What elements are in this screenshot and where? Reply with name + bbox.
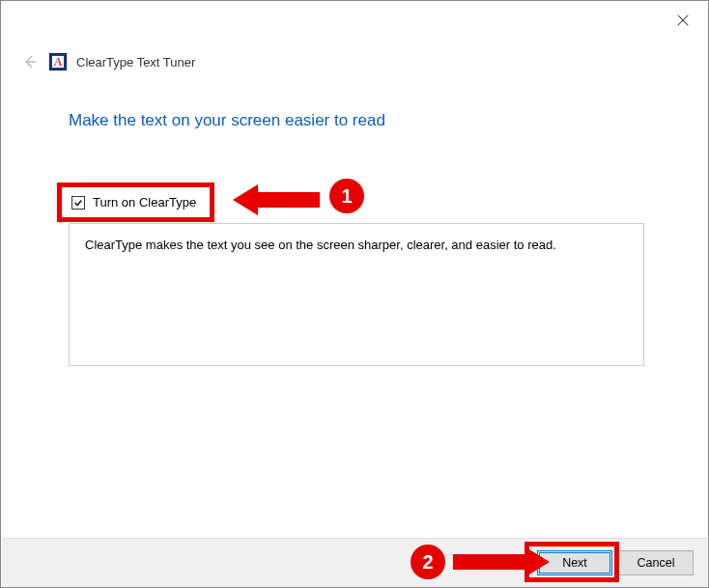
page-heading: Make the text on your screen easier to r… (69, 111, 385, 130)
annotation-badge-1: 1 (329, 179, 364, 213)
app-icon (49, 53, 67, 70)
svg-marker-4 (453, 546, 550, 577)
description-box: ClearType makes the text you see on the … (69, 223, 644, 366)
window-title: ClearType Text Tuner (76, 55, 195, 70)
annotation-arrow-2 (453, 546, 550, 577)
checkbox-highlight: Turn on ClearType (57, 182, 214, 222)
header: ClearType Text Tuner (22, 53, 195, 70)
close-button[interactable] (673, 11, 693, 30)
cancel-button[interactable]: Cancel (618, 550, 694, 575)
back-arrow-icon (22, 54, 38, 70)
back-button[interactable] (22, 53, 40, 70)
close-icon (676, 14, 690, 27)
checkmark-icon (73, 198, 83, 208)
footer: Next Cancel (2, 539, 707, 587)
svg-marker-3 (233, 184, 320, 215)
annotation-arrow-1 (233, 184, 320, 215)
cleartype-tuner-window: ClearType Text Tuner Make the text on yo… (0, 0, 709, 588)
turn-on-cleartype-checkbox[interactable] (71, 196, 85, 210)
description-text: ClearType makes the text you see on the … (85, 238, 556, 252)
annotation-badge-2: 2 (411, 545, 445, 579)
checkbox-label: Turn on ClearType (93, 195, 196, 210)
